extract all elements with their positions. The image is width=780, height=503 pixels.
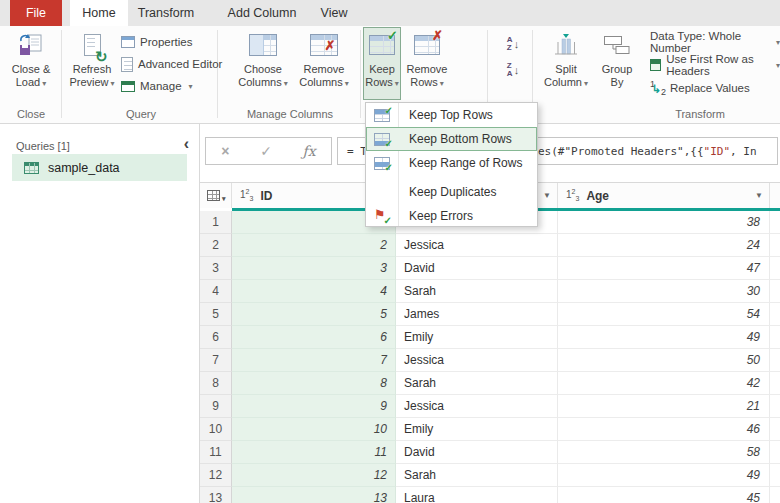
manage-button[interactable]: Manage ▾ bbox=[121, 77, 193, 95]
group-by-button[interactable]: Group By bbox=[594, 28, 640, 89]
row-number-cell[interactable]: 2 bbox=[200, 234, 232, 257]
clipped-cell bbox=[770, 280, 780, 303]
remove-columns-icon: ✗ bbox=[310, 30, 338, 60]
name-cell[interactable]: Emily bbox=[396, 418, 558, 441]
id-cell[interactable]: 3 bbox=[232, 257, 396, 280]
name-cell[interactable]: Jessica bbox=[396, 395, 558, 418]
tab-file[interactable]: File bbox=[10, 0, 62, 26]
name-cell[interactable]: Sarah bbox=[396, 372, 558, 395]
tab-transform-label: Transform bbox=[138, 6, 195, 20]
name-cell[interactable]: Jessica bbox=[396, 349, 558, 372]
split-column-label2: Column bbox=[544, 76, 582, 88]
id-cell[interactable]: 10 bbox=[232, 418, 396, 441]
tab-view[interactable]: View bbox=[312, 0, 356, 26]
id-cell[interactable]: 12 bbox=[232, 464, 396, 487]
row-number-cell[interactable]: 3 bbox=[200, 257, 232, 280]
use-first-row-icon bbox=[650, 59, 661, 71]
use-first-row-as-headers-button[interactable]: Use First Row as Headers ▾ bbox=[650, 56, 780, 74]
filter-chevron-icon[interactable]: ▼ bbox=[755, 191, 763, 200]
filter-chevron-icon[interactable]: ▼ bbox=[543, 191, 551, 200]
menu-item-keep-range-of-rows[interactable]: Keep Range of Rows bbox=[366, 151, 537, 175]
select-all-corner-button[interactable]: ▾ bbox=[200, 183, 232, 208]
refresh-preview-icon: ↻ bbox=[84, 30, 101, 60]
query-item-sample-data[interactable]: sample_data bbox=[12, 154, 187, 181]
id-cell[interactable]: 8 bbox=[232, 372, 396, 395]
menu-item-keep-errors[interactable]: Keep Errors bbox=[366, 204, 537, 228]
age-cell[interactable]: 54 bbox=[558, 303, 770, 326]
column-header-age[interactable]: 123 Age ▼ bbox=[558, 183, 770, 208]
remove-rows-button[interactable]: ✗ Remove Rows▾ bbox=[403, 28, 451, 90]
commit-formula-icon[interactable]: ✓ bbox=[260, 143, 272, 159]
id-cell[interactable]: 9 bbox=[232, 395, 396, 418]
age-cell[interactable]: 58 bbox=[558, 441, 770, 464]
fx-icon[interactable]: ƒx bbox=[303, 143, 316, 159]
tab-transform[interactable]: Transform bbox=[132, 0, 200, 26]
data-type-button[interactable]: Data Type: Whole Number ▾ bbox=[650, 33, 780, 51]
tab-add-column[interactable]: Add Column bbox=[212, 0, 312, 26]
id-cell[interactable]: 4 bbox=[232, 280, 396, 303]
split-column-button[interactable]: Split Column▾ bbox=[540, 28, 592, 90]
age-cell[interactable]: 49 bbox=[558, 464, 770, 487]
name-cell[interactable]: Jessica bbox=[396, 234, 558, 257]
row-number-cell[interactable]: 4 bbox=[200, 280, 232, 303]
whole-number-type-icon: 123 bbox=[566, 188, 579, 202]
tab-home[interactable]: Home bbox=[70, 0, 128, 26]
row-number-cell[interactable]: 10 bbox=[200, 418, 232, 441]
id-cell[interactable]: 5 bbox=[232, 303, 396, 326]
name-cell[interactable]: David bbox=[396, 441, 558, 464]
age-cell[interactable]: 45 bbox=[558, 487, 770, 503]
age-cell[interactable]: 30 bbox=[558, 280, 770, 303]
name-cell[interactable]: James bbox=[396, 303, 558, 326]
refresh-preview-button[interactable]: ↻ Refresh Preview▾ bbox=[66, 28, 118, 90]
keep-top-rows-icon bbox=[374, 109, 390, 122]
replace-values-button[interactable]: 1↳2 Replace Values bbox=[650, 79, 750, 97]
properties-button[interactable]: Properties bbox=[121, 33, 192, 51]
row-number-cell[interactable]: 7 bbox=[200, 349, 232, 372]
remove-columns-button[interactable]: ✗ Remove Columns▾ bbox=[294, 28, 354, 90]
menu-item-keep-top-rows[interactable]: Keep Top Rows bbox=[366, 103, 537, 127]
cancel-formula-icon[interactable]: × bbox=[221, 143, 229, 159]
menu-item-label: Keep Top Rows bbox=[409, 108, 493, 122]
choose-columns-button[interactable]: Choose Columns▾ bbox=[234, 28, 292, 90]
age-cell[interactable]: 24 bbox=[558, 234, 770, 257]
menu-item-keep-bottom-rows[interactable]: Keep Bottom Rows bbox=[366, 127, 537, 151]
age-cell[interactable]: 38 bbox=[558, 211, 770, 234]
row-number-cell[interactable]: 8 bbox=[200, 372, 232, 395]
sort-descending-button[interactable]: ZA↓ bbox=[500, 58, 526, 82]
row-number-cell[interactable]: 6 bbox=[200, 326, 232, 349]
row-number-cell[interactable]: 12 bbox=[200, 464, 232, 487]
id-cell[interactable]: 13 bbox=[232, 487, 396, 503]
age-cell[interactable]: 49 bbox=[558, 326, 770, 349]
age-cell[interactable]: 42 bbox=[558, 372, 770, 395]
sort-ascending-button[interactable]: AZ↓ bbox=[500, 32, 526, 56]
power-query-editor-window: File Home Transform Add Column View bbox=[0, 0, 780, 503]
keep-rows-dropdown-menu: Keep Top Rows Keep Bottom Rows Keep Rang… bbox=[365, 102, 538, 227]
row-number-cell[interactable]: 5 bbox=[200, 303, 232, 326]
age-cell[interactable]: 46 bbox=[558, 418, 770, 441]
id-cell[interactable]: 7 bbox=[232, 349, 396, 372]
sort-az-icon: AZ bbox=[507, 36, 513, 52]
collapse-pane-icon[interactable]: ‹ bbox=[184, 136, 189, 152]
age-cell[interactable]: 50 bbox=[558, 349, 770, 372]
close-and-load-button[interactable]: Close & Load▾ bbox=[4, 28, 58, 90]
name-cell[interactable]: Emily bbox=[396, 326, 558, 349]
name-cell[interactable]: Laura bbox=[396, 487, 558, 503]
id-cell[interactable]: 6 bbox=[232, 326, 396, 349]
age-cell[interactable]: 47 bbox=[558, 257, 770, 280]
row-number-cell[interactable]: 9 bbox=[200, 395, 232, 418]
id-cell[interactable]: 2 bbox=[232, 234, 396, 257]
advanced-editor-button[interactable]: Advanced Editor bbox=[121, 55, 222, 73]
menu-item-keep-duplicates[interactable]: Keep Duplicates bbox=[366, 180, 537, 204]
name-cell[interactable]: Sarah bbox=[396, 464, 558, 487]
keep-rows-icon: ✓ bbox=[369, 30, 395, 60]
row-number-cell[interactable]: 13 bbox=[200, 487, 232, 503]
id-cell[interactable]: 11 bbox=[232, 441, 396, 464]
name-cell[interactable]: David bbox=[396, 257, 558, 280]
clipped-cell bbox=[770, 395, 780, 418]
name-cell[interactable]: Sarah bbox=[396, 280, 558, 303]
row-number-cell[interactable]: 1 bbox=[200, 211, 232, 234]
row-number-cell[interactable]: 11 bbox=[200, 441, 232, 464]
age-cell[interactable]: 21 bbox=[558, 395, 770, 418]
keep-rows-button[interactable]: ✓ Keep Rows▾ bbox=[363, 27, 401, 100]
remove-columns-label: Remove bbox=[304, 63, 345, 76]
